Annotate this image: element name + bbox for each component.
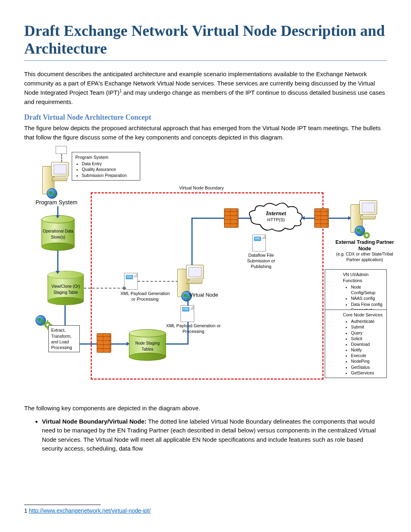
xml-payload-label-1: XML Payload Generation or Processing bbox=[119, 291, 171, 302]
section-heading: Draft Virtual Node Architecture Concept bbox=[24, 112, 387, 123]
node-staging-tables-icon: Node Staging Tables bbox=[129, 329, 166, 361]
etl-label: Extract, Transform, and Load Processing bbox=[51, 327, 77, 350]
list-item: NodePing bbox=[351, 358, 383, 364]
list-item: Solicit bbox=[351, 336, 383, 341]
list-item: Submission Preparation bbox=[82, 172, 137, 178]
arrow-down-icon bbox=[56, 215, 60, 218]
connector bbox=[187, 322, 189, 345]
list-item: Data Entry bbox=[82, 161, 137, 166]
list-item: Virtual Node Boundary/Virtual Node: The … bbox=[42, 417, 387, 453]
bullet-bold: Virtual Node Boundary/Virtual Node: bbox=[42, 418, 146, 425]
external-partner-subtitle: (e.g. CDX or other State/Tribal Partner … bbox=[330, 251, 399, 262]
program-system-info-box: Program System Data Entry Quality Assura… bbox=[72, 152, 140, 180]
core-services-box: Core Node Services Authenticate Submit Q… bbox=[325, 310, 387, 378]
boundary-label: Virtual Node Boundary bbox=[165, 185, 238, 191]
post-diagram-text: The following key components are depicte… bbox=[24, 404, 387, 413]
intro-paragraph: This document describes the anticipated … bbox=[24, 70, 387, 106]
list-item: Submit bbox=[351, 324, 383, 330]
list-item: GetServices bbox=[351, 370, 383, 376]
svg-rect-2 bbox=[47, 320, 48, 322]
firewall-icon bbox=[224, 208, 239, 228]
etl-box: Extract, Transform, and Load Processing bbox=[48, 325, 80, 352]
list-item: Node Config/Setup bbox=[351, 284, 383, 295]
internet-label: Internet HTTP(S) bbox=[254, 210, 298, 223]
firewall-icon bbox=[97, 333, 111, 353]
internet-protocol: HTTP(S) bbox=[267, 217, 284, 222]
connector bbox=[57, 251, 58, 272]
list-item: NAAS config bbox=[351, 295, 383, 301]
page-title: Draft Exchange Network Virtual Node Desc… bbox=[24, 22, 387, 61]
connector bbox=[80, 343, 97, 345]
connector bbox=[57, 206, 58, 216]
connector bbox=[166, 343, 188, 345]
box-title: Core Node Services bbox=[343, 312, 383, 318]
list-item: Quality Assurance bbox=[82, 166, 137, 172]
connector bbox=[191, 218, 224, 219]
connector-dashed bbox=[84, 288, 124, 289]
architecture-diagram: Program System Data Entry Quality Assura… bbox=[24, 146, 387, 396]
list-item: Query bbox=[351, 330, 383, 336]
svg-rect-4 bbox=[43, 324, 44, 326]
connector bbox=[111, 343, 127, 345]
connector bbox=[191, 218, 193, 265]
footnotes: 1 http://www.exchangenetwork.net/virtual… bbox=[24, 505, 387, 515]
connector bbox=[329, 218, 349, 219]
list-item: Notify bbox=[351, 347, 383, 353]
box-title: Program System bbox=[75, 154, 137, 160]
list-item: Execute bbox=[351, 353, 383, 358]
document-tab-icon bbox=[56, 146, 67, 154]
connector-dashed bbox=[138, 281, 178, 282]
section-intro: The figure below depicts the proposed ar… bbox=[24, 124, 387, 142]
cylinder-label: Node Staging Tables bbox=[129, 340, 166, 352]
arrow-down-icon bbox=[56, 271, 60, 274]
footnote-rule bbox=[24, 505, 101, 505]
gear-icon bbox=[362, 231, 372, 240]
list-item: GetStatus bbox=[351, 364, 383, 370]
cylinder-label: View/Clone (Or) Staging Table bbox=[48, 283, 84, 295]
external-partner-title: External Trading Partner Node bbox=[334, 239, 395, 252]
key-components-list: Virtual Node Boundary/Virtual Node: The … bbox=[42, 417, 387, 453]
virtual-node-label: Virtual Node bbox=[189, 292, 226, 298]
connector bbox=[61, 154, 62, 162]
connector bbox=[187, 300, 189, 306]
box-title: VN UI/Admin Functions bbox=[343, 272, 383, 284]
list-item: Authenticate bbox=[351, 318, 383, 324]
xml-file-icon bbox=[252, 235, 266, 251]
list-item: Data Flow config bbox=[351, 301, 383, 307]
svg-point-7 bbox=[365, 234, 368, 237]
internet-title: Internet bbox=[266, 210, 286, 216]
firewall-icon bbox=[314, 208, 329, 228]
arrow-right-icon bbox=[123, 286, 127, 290]
footnote-link[interactable]: http://www.exchangenetwork.net/virtual-n… bbox=[29, 507, 151, 514]
connector bbox=[64, 305, 66, 325]
arrow-left-icon bbox=[301, 216, 305, 220]
list-item: Download bbox=[351, 341, 383, 347]
dataflow-file-label: Dataflow File Submission or Publishing bbox=[241, 253, 281, 269]
cylinder-label: Operational Data Store(s) bbox=[42, 228, 75, 240]
staging-table-icon: View/Clone (Or) Staging Table bbox=[48, 271, 84, 305]
operational-data-store-icon: Operational Data Store(s) bbox=[42, 215, 75, 251]
footnote-number: 1 bbox=[24, 507, 27, 514]
xml-file-icon bbox=[181, 305, 194, 322]
connector bbox=[304, 218, 315, 219]
xml-payload-label-2: XML Payload Generation or Processing bbox=[165, 323, 222, 335]
program-system-label: Program System bbox=[30, 199, 83, 206]
